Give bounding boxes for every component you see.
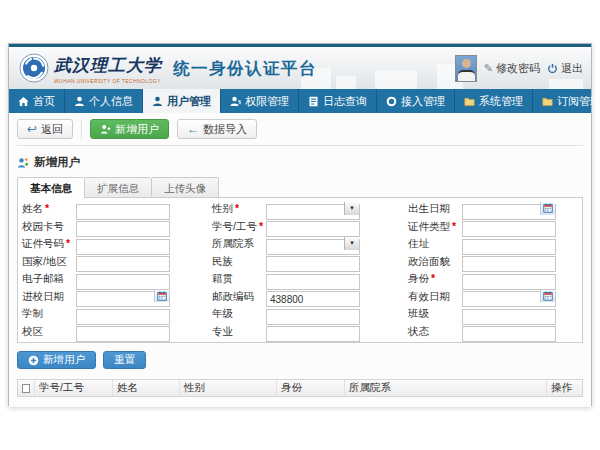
- native-place-field[interactable]: [266, 274, 360, 290]
- data-import-button[interactable]: ← 数据导入: [177, 119, 257, 139]
- col-name: 姓名: [113, 380, 180, 396]
- change-password-link[interactable]: ✎ 修改密码: [484, 61, 540, 76]
- add-user-toolbar-button[interactable]: 新增用户: [90, 119, 169, 139]
- form-field: 籍贯: [212, 271, 402, 287]
- political-status-field[interactable]: [462, 256, 556, 272]
- select-all-cell: [18, 380, 35, 396]
- form-field: 有效日期: [408, 289, 578, 305]
- log-list-icon: [308, 96, 319, 107]
- back-arrow-icon: ↩: [27, 123, 37, 135]
- col-actions: 操作: [547, 380, 582, 396]
- folder-icon: [464, 96, 475, 107]
- field-label: 电子邮箱: [22, 272, 76, 286]
- field-label: 证件类型*: [408, 220, 462, 234]
- field-label: 有效日期: [408, 290, 462, 304]
- field-label: 国家/地区: [22, 255, 76, 269]
- page-title: 统一身份认证平台: [173, 58, 317, 80]
- id-type-field[interactable]: [462, 221, 556, 237]
- name-field[interactable]: [76, 204, 170, 220]
- form-field: 电子邮箱: [22, 271, 206, 287]
- nav-item-log-query[interactable]: 日志查询: [299, 89, 377, 113]
- field-label: 民族: [212, 255, 266, 269]
- add-user-icon: [17, 157, 29, 169]
- logout-link[interactable]: 退出: [547, 61, 583, 76]
- form-field: 民族: [212, 254, 402, 270]
- submit-add-user-button[interactable]: 新增用户: [17, 351, 96, 369]
- form-field: 进校日期: [22, 289, 206, 305]
- student-id-field[interactable]: [266, 221, 360, 237]
- skyline-watermark: [375, 70, 417, 89]
- field-label: 住址: [408, 237, 462, 251]
- form-field: 住址: [408, 236, 578, 252]
- main-nav: 首页 个人信息 用户管理 权限管理 日志查询 接入管理: [9, 89, 591, 113]
- university-name-block: 武汉理工大学 WUHAN UNIVERSITY OF TECHNOLOGY: [54, 54, 162, 84]
- folder-icon: [542, 96, 553, 107]
- form-field: 邮政编码: [212, 289, 402, 305]
- form-field: 所属院系 ▼: [212, 236, 402, 252]
- form-field: 校区: [22, 324, 206, 340]
- id-number-field[interactable]: [76, 239, 170, 255]
- form-field: 证件类型*: [408, 219, 578, 235]
- reset-button[interactable]: 重置: [103, 351, 146, 369]
- form-field: 年级: [212, 306, 402, 322]
- email-field[interactable]: [76, 274, 170, 290]
- add-user-icon: [100, 124, 111, 135]
- form-field: 政治面貌: [408, 254, 578, 270]
- form-field: 出生日期: [408, 201, 578, 217]
- form-field: 证件号码*: [22, 236, 206, 252]
- field-label: 进校日期: [22, 290, 76, 304]
- field-label: 证件号码*: [22, 237, 76, 251]
- tab-basic-info[interactable]: 基本信息: [17, 177, 84, 198]
- col-student-id: 学号/工号: [35, 380, 113, 396]
- calendar-icon[interactable]: [540, 202, 555, 215]
- section-title: 新增用户: [17, 155, 583, 170]
- nav-item-user-management[interactable]: 用户管理: [143, 89, 221, 113]
- grade-field[interactable]: [266, 309, 360, 325]
- country-region-field[interactable]: [76, 256, 170, 272]
- field-label: 政治面貌: [408, 255, 462, 269]
- ethnicity-field[interactable]: [266, 256, 360, 272]
- form-field: 校园卡号: [22, 219, 206, 235]
- identity-field[interactable]: [462, 274, 556, 290]
- education-length-field[interactable]: [76, 309, 170, 325]
- calendar-icon[interactable]: [154, 290, 169, 303]
- form-field: 性别* ▼: [212, 201, 402, 217]
- select-all-checkbox[interactable]: [22, 384, 30, 393]
- address-field[interactable]: [462, 239, 556, 255]
- calendar-icon[interactable]: [540, 290, 555, 303]
- header: 武汉理工大学 WUHAN UNIVERSITY OF TECHNOLOGY 统一…: [9, 47, 591, 89]
- dropdown-arrow-icon[interactable]: ▼: [344, 237, 359, 250]
- major-field[interactable]: [266, 326, 360, 342]
- nav-item-home[interactable]: 首页: [9, 89, 65, 113]
- form-field: 学制: [22, 306, 206, 322]
- nav-item-access-management[interactable]: 接入管理: [377, 89, 455, 113]
- col-identity: 身份: [277, 380, 345, 396]
- campus-field[interactable]: [76, 326, 170, 342]
- tab-extended-info[interactable]: 扩展信息: [84, 177, 151, 198]
- person-icon: [152, 96, 163, 107]
- nav-item-permission-management[interactable]: 权限管理: [221, 89, 299, 113]
- col-gender: 性别: [180, 380, 277, 396]
- form-field: 姓名*: [22, 201, 206, 217]
- field-label: 校园卡号: [22, 220, 76, 234]
- tab-upload-avatar[interactable]: 上传头像: [151, 177, 219, 198]
- field-label: 所属院系: [212, 237, 266, 251]
- dropdown-arrow-icon[interactable]: ▼: [344, 202, 359, 215]
- class-field[interactable]: [462, 309, 556, 325]
- nav-item-subscription-management[interactable]: 订阅管理: [533, 89, 600, 113]
- nav-item-system-management[interactable]: 系统管理: [455, 89, 533, 113]
- field-label: 状态: [408, 325, 462, 339]
- form-field: 学号/工号*: [212, 219, 402, 235]
- user-table-header: 学号/工号 姓名 性别 身份 所属院系 操作: [17, 379, 583, 397]
- user-avatar[interactable]: [455, 55, 477, 82]
- field-label: 邮政编码: [212, 290, 266, 304]
- postal-code-field[interactable]: [266, 291, 360, 307]
- plus-circle-icon: [28, 355, 39, 366]
- nav-item-personal-info[interactable]: 个人信息: [65, 89, 143, 113]
- back-button[interactable]: ↩ 返回: [17, 119, 73, 139]
- field-label: 学号/工号*: [212, 220, 266, 234]
- field-label: 学制: [22, 307, 76, 321]
- campus-card-field[interactable]: [76, 221, 170, 237]
- status-field[interactable]: [462, 326, 556, 342]
- person-icon: [74, 96, 85, 107]
